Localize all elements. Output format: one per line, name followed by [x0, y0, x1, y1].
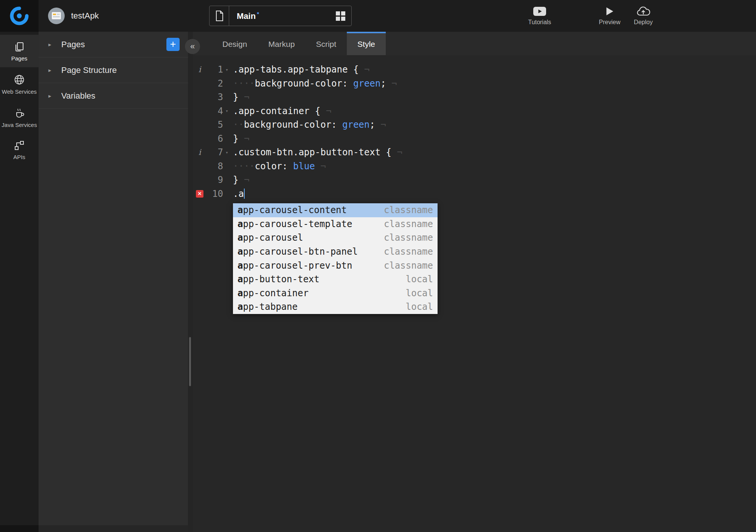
grid-icon: [336, 11, 345, 21]
collapse-panel-button[interactable]: «: [185, 39, 200, 54]
code-text: } ¬: [233, 133, 249, 144]
code-text: } ¬: [233, 92, 249, 102]
sidebar-item-pages[interactable]: Pages: [0, 35, 39, 67]
code-line-3[interactable]: 3} ¬: [193, 90, 756, 104]
section-label: Page Structure: [61, 65, 117, 75]
tutorials-button[interactable]: Tutorials: [517, 6, 562, 26]
info-icon: i: [199, 148, 201, 157]
autocomplete-item[interactable]: app-carousel-prev-btnclassname: [233, 258, 438, 272]
sidebar-bottom-strip: [0, 525, 39, 532]
current-page-dropdown[interactable]: Main*: [237, 11, 259, 21]
eol-mark: ¬: [238, 92, 249, 102]
tab-design[interactable]: Design: [212, 32, 258, 55]
line-number: 5: [206, 119, 223, 130]
section-variables[interactable]: ▸ Variables: [39, 83, 188, 109]
autocomplete-item[interactable]: app-tabpanelocal: [233, 300, 438, 314]
deploy-button[interactable]: Deploy: [621, 6, 666, 26]
code-text: ····color: blue ¬: [233, 161, 326, 172]
appery-logo-icon: [9, 5, 30, 26]
project-name: testApk: [71, 11, 99, 21]
code-line-4[interactable]: 4▾.app-container { ¬: [193, 104, 756, 118]
code-text: .app-tabs.app-tabpane { ¬: [233, 64, 369, 75]
line-number: 8: [206, 161, 223, 172]
play-icon: [605, 6, 614, 17]
line-number: 7: [206, 147, 223, 158]
autocomplete-kind: classname: [384, 219, 433, 229]
autocomplete-kind: local: [406, 274, 433, 285]
code-line-2[interactable]: 2····background-color: green; ¬: [193, 77, 756, 91]
autocomplete-label: app-carousel-content: [238, 205, 347, 215]
modified-indicator: *: [257, 11, 259, 17]
autocomplete-label: app-container: [238, 288, 309, 298]
editor-tabbar: Design Markup Script Style: [193, 32, 756, 55]
autocomplete-item[interactable]: app-carousel-templateclassname: [233, 217, 438, 231]
tab-markup[interactable]: Markup: [258, 32, 305, 55]
code-line-6[interactable]: 6} ¬: [193, 132, 756, 146]
info-icon: i: [199, 65, 201, 74]
sidebar-item-label: Web Services: [2, 88, 37, 96]
eol-mark: ¬: [238, 133, 249, 144]
project-panel: ▸ Pages + ▸ Page Structure ▸ Variables: [39, 32, 188, 532]
deploy-label: Deploy: [634, 19, 653, 26]
current-page-name: Main: [237, 11, 256, 21]
preview-label: Preview: [599, 19, 621, 26]
style-code-editor[interactable]: i1▾.app-tabs.app-tabpane { ¬2····backgro…: [193, 55, 756, 532]
section-label: Variables: [61, 91, 95, 101]
code-line-9[interactable]: 9} ¬: [193, 173, 756, 187]
sidebar-item-label: Pages: [11, 55, 28, 62]
tab-script[interactable]: Script: [305, 32, 347, 55]
autocomplete-kind: local: [406, 302, 433, 312]
fold-arrow-icon[interactable]: ▾: [223, 150, 233, 155]
autocomplete-item[interactable]: app-carousel-btn-panelclassname: [233, 245, 438, 259]
autocomplete-label: app-tabpane: [238, 302, 298, 312]
autocomplete-item[interactable]: app-button-textlocal: [233, 272, 438, 286]
autocomplete-kind: classname: [384, 260, 433, 271]
line-number: 4: [206, 106, 223, 116]
panel-divider: [188, 32, 193, 532]
line-number: 9: [206, 175, 223, 185]
add-page-button[interactable]: +: [166, 38, 180, 51]
sidebar-item-apis[interactable]: APIs: [0, 133, 39, 166]
globe-icon: [13, 74, 25, 86]
autocomplete-item[interactable]: app-carousel-contentclassname: [233, 203, 438, 217]
appery-logo-button[interactable]: [0, 0, 39, 32]
eol-mark: ¬: [320, 106, 331, 116]
autocomplete-item[interactable]: app-containerlocal: [233, 286, 438, 300]
text-cursor: [244, 189, 245, 199]
autocomplete-kind: local: [406, 288, 433, 298]
autocomplete-item[interactable]: app-carouselclassname: [233, 231, 438, 245]
fold-arrow-icon[interactable]: ▾: [223, 108, 233, 114]
page-icon-button[interactable]: [210, 6, 229, 26]
tab-style[interactable]: Style: [347, 32, 386, 55]
line-number: 10: [206, 189, 223, 199]
editor-area: Design Markup Script Style i1▾.app-tabs.…: [193, 32, 756, 532]
expand-arrow-icon: ▸: [48, 67, 57, 74]
sidebar-item-java-services[interactable]: Java Services: [0, 101, 39, 134]
main-sidebar: Pages Web Services Java Services APIs: [0, 32, 39, 532]
eol-mark: ¬: [315, 161, 326, 172]
autocomplete-label: app-button-text: [238, 274, 320, 285]
eol-mark: ¬: [375, 119, 386, 130]
code-line-10[interactable]: ✕10.a: [193, 187, 756, 201]
page-selector: Main*: [209, 6, 352, 26]
code-line-5[interactable]: 5··background-color: green; ¬: [193, 118, 756, 132]
fold-arrow-icon[interactable]: ▾: [223, 67, 233, 73]
eol-mark: ¬: [238, 175, 249, 185]
code-line-1[interactable]: i1▾.app-tabs.app-tabpane { ¬: [193, 63, 756, 77]
eol-mark: ¬: [391, 147, 402, 158]
code-line-8[interactable]: 8····color: blue ¬: [193, 159, 756, 173]
sidebar-item-web-services[interactable]: Web Services: [0, 67, 39, 101]
youtube-icon: [533, 6, 546, 17]
code-text: } ¬: [233, 175, 249, 185]
section-pages[interactable]: ▸ Pages +: [39, 32, 188, 57]
code-text: ··background-color: green; ¬: [233, 119, 386, 130]
page-icon: [215, 10, 224, 22]
api-nodes-icon: [14, 140, 25, 151]
line-number: 3: [206, 92, 223, 102]
section-page-structure[interactable]: ▸ Page Structure: [39, 57, 188, 83]
panel-scrollbar[interactable]: [189, 337, 191, 386]
gutter-info: i: [193, 65, 206, 74]
grid-view-button[interactable]: [336, 11, 345, 21]
code-lines: i1▾.app-tabs.app-tabpane { ¬2····backgro…: [193, 63, 756, 201]
code-line-7[interactable]: i7▾.custom-btn.app-button-text { ¬: [193, 145, 756, 159]
